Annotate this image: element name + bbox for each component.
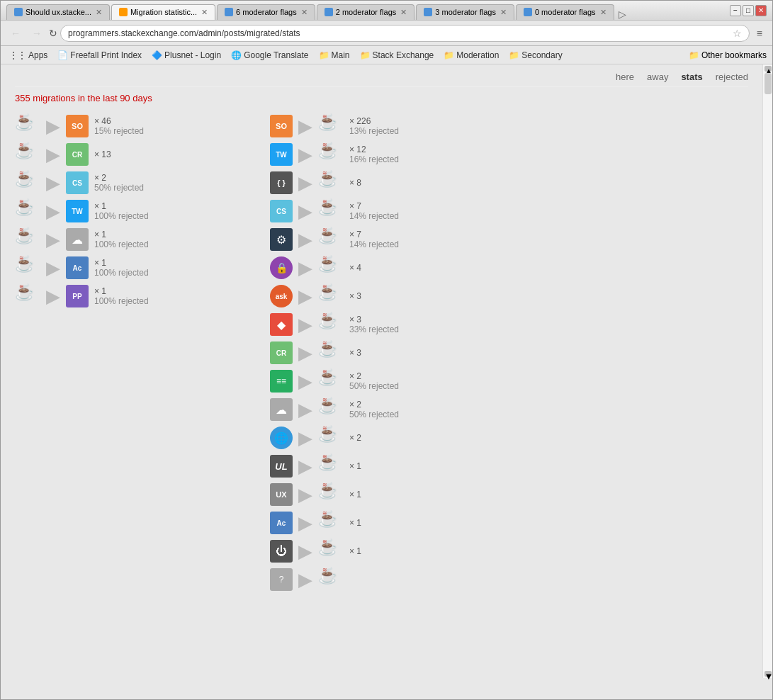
migration-stats-left-6: × 1 100% rejected [94,258,149,278]
minimize-button[interactable]: − [730,5,741,16]
reload-button[interactable]: ↻ [49,28,57,39]
cup-icon-right-16: ☕ [318,538,337,556]
cup-icon-right-7: ☕ [318,283,337,301]
arrow-right-6: ▶ [298,259,312,277]
bookmark-star[interactable]: ☆ [733,28,742,39]
bookmark-stackexchange-label: Stack Exchange [373,50,434,60]
arrow-right-15: ▶ [298,514,312,532]
count-right-13: × 1 [349,461,361,471]
content-wrapper: here away stats rejected 355 migrations … [1,64,772,678]
migration-row-left-3: ☕ ≋ ▶ CS × 2 50% rejected [15,169,235,197]
scrollbar-thumb[interactable] [764,73,772,94]
stats-summary: 355 migrations in the last 90 days [15,93,748,103]
migration-stats-right-6: × 4 [349,263,361,273]
site-icon-right-5: ⚙ [270,228,293,251]
arrow-right-1: ▶ [298,117,312,135]
tab-1[interactable]: Should ux.stacke... ✕ [6,4,110,20]
tab-1-close[interactable]: ✕ [96,8,102,17]
cup-icon-right-9: ☕ [318,340,337,358]
tab-5-close[interactable]: ✕ [500,8,507,17]
main-content: here away stats rejected 355 migrations … [1,64,762,678]
site-icon-left-3: CS [66,171,89,194]
tab-4-close[interactable]: ✕ [400,8,407,17]
bookmark-main[interactable]: 📁 Main [316,49,353,62]
migration-stats-right-11: × 2 50% rejected [349,400,399,419]
cup-from-left-3: ☕ ≋ [15,170,40,196]
apps-label: Apps [28,50,47,60]
scrollbar-track[interactable] [764,73,772,670]
menu-button[interactable]: ≡ [752,26,767,41]
bookmark-secondary-label: Secondary [521,50,562,60]
site-icon-right-3: { } [270,171,293,194]
scrollbar-down-arrow[interactable]: ▼ [764,671,772,677]
migration-row-right-10: ≡≡ ▶ ☕ ≋ × 2 50% rejected [270,367,511,395]
tab-3[interactable]: 6 moderator flags ✕ [217,4,315,20]
close-button[interactable]: ✕ [755,5,767,16]
url-text: programmers.stackexchange.com/admin/post… [68,28,733,38]
migration-row-left-7: ☕ ≋ ▶ PP × 1 100% rejected [15,282,235,310]
arrow-right-10: ▶ [298,372,312,390]
forward-button[interactable]: → [28,26,46,41]
tab-1-label: Should ux.stacke... [26,8,91,16]
cup-icon-right-6: ☕ [318,255,337,273]
other-bookmarks-label: Other bookmarks [701,50,767,60]
migration-row-right-13: UL ▶ ☕ ≋ × 1 [270,452,511,480]
bookmark-translate[interactable]: 🌐 Google Translate [228,49,311,62]
tab-2-icon [119,8,128,16]
bookmark-freefall[interactable]: 📄 Freefall Print Index [55,49,145,62]
bookmark-plusnet-icon: 🔷 [152,50,162,60]
tab-2[interactable]: Migration statistic... ✕ [111,4,215,20]
maximize-button[interactable]: □ [743,5,754,16]
migration-row-left-4: ☕ ≋ ▶ TW × 1 100% rejected [15,197,235,225]
tab-4[interactable]: 2 moderator flags ✕ [317,4,415,20]
migration-stats-right-7: × 3 [349,291,361,301]
cup-icon-right-15: ☕ [318,510,337,528]
arrow-right-8: ▶ [298,315,312,334]
count-left-2: × 13 [94,149,111,159]
site-icon-right-13: UL [270,455,293,478]
migration-stats-left-1: × 46 15% rejected [94,116,144,136]
nav-here[interactable]: here [616,72,634,82]
new-tab-button[interactable]: ▷ [619,9,626,20]
nav-rejected[interactable]: rejected [716,72,748,82]
migration-stats-right-3: × 8 [349,178,361,188]
scrollbar-up-arrow[interactable]: ▲ [764,66,772,72]
arrow-right-9: ▶ [298,344,312,362]
tab-6-close[interactable]: ✕ [600,8,606,17]
nav-away[interactable]: away [647,72,668,82]
tab-4-icon [325,8,333,16]
apps-button[interactable]: ⋮⋮ Apps [6,49,50,62]
tab-2-close[interactable]: ✕ [201,8,208,17]
cup-icon-left-4: ☕ [15,198,34,216]
scrollbar[interactable]: ▲ ▼ [762,64,772,678]
tab-3-icon [225,8,233,16]
arrow-right-2: ▶ [298,145,312,164]
back-button[interactable]: ← [6,26,25,41]
migration-stats-left-7: × 1 100% rejected [94,286,149,306]
bookmark-plusnet-label: Plusnet - Login [164,50,221,60]
site-icon-right-6: 🔒 [270,256,293,279]
tab-6[interactable]: 0 moderator flags ✕ [516,4,614,20]
address-bar[interactable]: programmers.stackexchange.com/admin/post… [60,25,750,42]
bookmark-plusnet[interactable]: 🔷 Plusnet - Login [149,49,224,62]
bookmark-secondary[interactable]: 📁 Secondary [506,49,565,62]
cup-icon-right-2: ☕ [318,142,337,159]
other-bookmarks[interactable]: 📁 Other bookmarks [689,50,767,60]
nav-stats[interactable]: stats [681,72,702,82]
count-left-7: × 1 [94,286,149,296]
count-left-1: × 46 [94,116,144,126]
count-right-11: × 2 [349,400,399,410]
cup-to-right-17: ☕ ≋ [318,567,344,592]
tab-list: Should ux.stacke... ✕ Migration statisti… [6,1,724,20]
bookmark-stackexchange[interactable]: 📁 Stack Exchange [357,49,437,62]
rejected-right-4: 14% rejected [349,211,399,221]
rejected-left-6: 100% rejected [94,268,149,278]
cup-to-right-16: ☕ ≋ [318,538,344,564]
migration-stats-right-14: × 1 [349,490,361,499]
tab-3-close[interactable]: ✕ [301,8,307,17]
steam-right-2: ≋ [322,142,327,148]
bookmark-moderation[interactable]: 📁 Moderation [441,49,502,62]
tab-5-icon [424,8,432,16]
tab-5[interactable]: 3 moderator flags ✕ [416,4,514,20]
cup-to-right-12: ☕ ≋ [318,425,344,451]
